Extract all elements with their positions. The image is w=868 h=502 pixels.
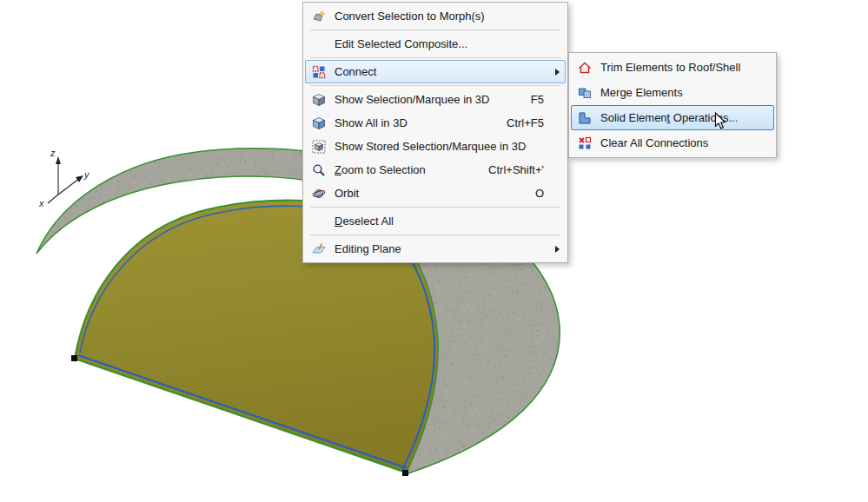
menu-item-label: Merge Elements bbox=[600, 86, 683, 99]
menu-item-shortcut: Ctrl+F5 bbox=[507, 116, 560, 129]
submenu-arrow-icon bbox=[555, 246, 560, 253]
cube-marquee-icon bbox=[311, 140, 327, 154]
menu-item-label: Connect bbox=[335, 65, 376, 78]
menu-item-editing-plane[interactable]: Editing Plane bbox=[305, 237, 566, 261]
axis-z-arrowhead bbox=[56, 156, 61, 164]
icon-spacer bbox=[311, 215, 327, 228]
menu-item-label: Zoom to Selection bbox=[335, 163, 426, 176]
connect-submenu: Trim Elements to Roof/Shell Merge Elemen… bbox=[568, 52, 777, 158]
menu-item-edit-selected-composite[interactable]: Edit Selected Composite... bbox=[305, 32, 566, 56]
menu-separator bbox=[310, 234, 560, 235]
submenu-item-clear-all-connections[interactable]: Clear All Connections bbox=[571, 130, 774, 155]
menu-item-show-all-in-3d[interactable]: Show All in 3D Ctrl+F5 bbox=[305, 111, 566, 135]
zoom-magnifier-icon bbox=[311, 163, 327, 177]
menu-item-label: Deselect All bbox=[335, 215, 394, 228]
menu-item-shortcut: F5 bbox=[531, 93, 560, 106]
menu-item-label: Orbit bbox=[335, 187, 359, 200]
icon-spacer bbox=[311, 37, 327, 51]
menu-item-label: Edit Selected Composite... bbox=[335, 37, 467, 50]
submenu-item-trim-elements-to-roof-shell[interactable]: Trim Elements to Roof/Shell bbox=[571, 55, 774, 80]
menu-item-show-selection-marquee-in-3d[interactable]: Show Selection/Marquee in 3D F5 bbox=[305, 88, 566, 111]
axis-z-label: z bbox=[50, 148, 56, 158]
trim-roof-icon bbox=[577, 61, 593, 75]
menu-item-zoom-to-selection[interactable]: Zoom to Selection Ctrl+Shift+' bbox=[305, 158, 566, 182]
clear-connections-icon bbox=[577, 136, 593, 150]
menu-separator bbox=[310, 57, 560, 58]
editing-plane-icon bbox=[311, 242, 327, 256]
menu-separator bbox=[310, 85, 560, 86]
cube-3d-blue-icon bbox=[311, 116, 327, 130]
menu-item-label: Convert Selection to Morph(s) bbox=[335, 10, 485, 23]
menu-item-shortcut: O bbox=[535, 187, 560, 200]
menu-item-orbit[interactable]: Orbit O bbox=[305, 182, 566, 205]
connect-icon bbox=[311, 65, 327, 79]
menu-item-label: Clear All Connections bbox=[600, 136, 708, 149]
morph-icon bbox=[311, 10, 327, 23]
merge-elements-icon bbox=[577, 86, 593, 100]
selection-handle[interactable] bbox=[402, 470, 408, 476]
menu-item-label: Show Selection/Marquee in 3D bbox=[335, 93, 490, 106]
submenu-item-merge-elements[interactable]: Merge Elements bbox=[571, 80, 774, 105]
menu-item-connect[interactable]: Connect bbox=[305, 60, 566, 83]
context-menu: Convert Selection to Morph(s) Edit Selec… bbox=[302, 2, 568, 263]
solid-element-operations-icon bbox=[577, 111, 593, 125]
axis-y-label: y bbox=[83, 169, 90, 180]
menu-item-label: Show Stored Selection/Marquee in 3D bbox=[335, 140, 526, 153]
mouse-cursor bbox=[714, 112, 728, 131]
menu-item-convert-selection-to-morphs[interactable]: Convert Selection to Morph(s) bbox=[305, 4, 566, 28]
menu-separator bbox=[310, 30, 560, 30]
menu-item-label: Trim Elements to Roof/Shell bbox=[600, 61, 740, 74]
archicad-3d-window: z y x Convert Selection to Morph(s) Edit… bbox=[0, 0, 868, 502]
cube-3d-icon bbox=[311, 93, 327, 107]
axis-x-label: x bbox=[38, 198, 44, 208]
selection-handle[interactable] bbox=[71, 355, 77, 361]
axis-y-arrowhead bbox=[76, 175, 83, 182]
menu-item-label: Show All in 3D bbox=[335, 116, 407, 129]
menu-separator bbox=[310, 207, 560, 208]
submenu-item-solid-element-operations[interactable]: Solid Element Operations... bbox=[571, 105, 774, 130]
menu-item-deselect-all[interactable]: Deselect All bbox=[305, 209, 566, 233]
orbit-icon bbox=[311, 187, 327, 201]
menu-item-show-stored-selection-marquee-in-3d[interactable]: Show Stored Selection/Marquee in 3D bbox=[305, 135, 566, 158]
menu-item-label: Editing Plane bbox=[335, 242, 401, 255]
submenu-arrow-icon bbox=[555, 69, 560, 76]
menu-item-shortcut: Ctrl+Shift+' bbox=[488, 163, 560, 176]
